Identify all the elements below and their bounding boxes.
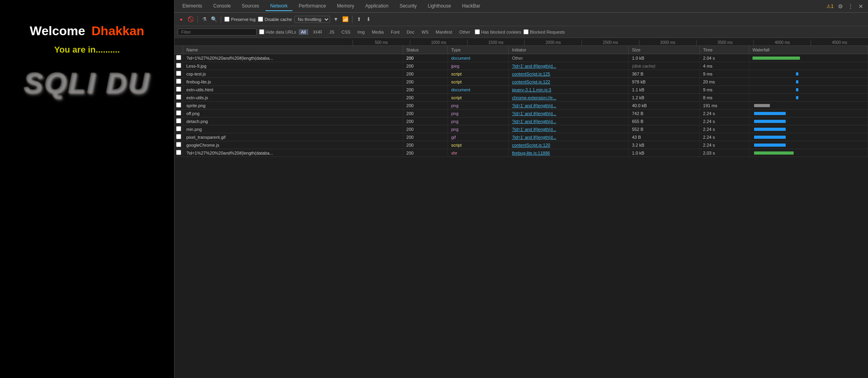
row-name[interactable]: min.png <box>183 125 403 133</box>
throttle-dropdown-icon[interactable]: ▼ <box>332 16 339 23</box>
table-row[interactable]: min.png 200 png ?id=1' and if(length(d..… <box>174 125 868 133</box>
network-conditions-icon[interactable]: 📶 <box>342 16 349 23</box>
row-name[interactable]: ?id=1%27%20%20and%20if(length(databa... <box>183 149 403 157</box>
row-checkbox[interactable] <box>174 117 183 125</box>
type-js[interactable]: JS <box>327 29 337 35</box>
row-initiator[interactable]: contentScript.js:122 <box>509 78 629 86</box>
network-table[interactable]: Name Status Type Initiator Size Time Wat… <box>174 46 868 378</box>
preserve-log-label[interactable]: Preserve log <box>224 17 256 22</box>
has-blocked-cookies-checkbox[interactable] <box>475 29 480 34</box>
row-initiator[interactable]: ?id=1' and if(length(d... <box>509 117 629 125</box>
row-checkbox[interactable] <box>174 149 183 157</box>
table-row[interactable]: googleChrome.js 200 script contentScript… <box>174 141 868 149</box>
col-time[interactable]: Time <box>700 46 749 54</box>
table-row[interactable]: off.png 200 png ?id=1' and if(length(d..… <box>174 110 868 117</box>
table-row[interactable]: extn-utils.html 200 document jquery-3.1.… <box>174 86 868 94</box>
row-initiator[interactable]: jquery-3.1.1.min.js:3 <box>509 86 629 94</box>
tab-performance[interactable]: Performance <box>294 2 331 11</box>
export-icon[interactable]: ⬇ <box>365 16 372 23</box>
type-media[interactable]: Media <box>370 29 386 35</box>
throttle-select[interactable]: No throttling <box>294 16 330 23</box>
type-all[interactable]: All <box>299 29 308 35</box>
preserve-log-checkbox[interactable] <box>224 17 229 22</box>
row-checkbox[interactable] <box>174 62 183 70</box>
warning-icon[interactable]: ⚠1 <box>826 2 834 10</box>
tab-memory[interactable]: Memory <box>332 2 359 11</box>
clear-button[interactable]: 🚫 <box>187 16 194 23</box>
row-checkbox[interactable] <box>174 141 183 149</box>
col-initiator[interactable]: Initiator <box>509 46 629 54</box>
col-name[interactable]: Name <box>183 46 403 54</box>
record-button[interactable]: ● <box>178 16 185 23</box>
row-checkbox[interactable] <box>174 110 183 117</box>
col-waterfall[interactable]: Waterfall <box>749 46 868 54</box>
type-xhr[interactable]: XHR <box>311 29 324 35</box>
has-blocked-cookies-label[interactable]: Has blocked cookies <box>475 29 521 34</box>
tab-application[interactable]: Application <box>360 2 393 11</box>
tab-security[interactable]: Security <box>395 2 421 11</box>
table-row[interactable]: extn-utils.js 200 script chrome-extensio… <box>174 94 868 102</box>
row-checkbox[interactable] <box>174 70 183 78</box>
col-size[interactable]: Size <box>629 46 700 54</box>
type-doc[interactable]: Doc <box>404 29 417 35</box>
close-icon[interactable]: ✕ <box>857 2 865 10</box>
row-checkbox[interactable] <box>174 86 183 94</box>
tab-elements[interactable]: Elements <box>178 2 207 11</box>
filter-icon[interactable]: ⚗ <box>201 16 208 23</box>
row-initiator[interactable]: ?id=1' and if(length(d... <box>509 102 629 110</box>
row-name[interactable]: firebug-lite.js <box>183 78 403 86</box>
disable-cache-checkbox[interactable] <box>258 17 263 22</box>
tab-hackbar[interactable]: HackBar <box>457 2 485 11</box>
type-manifest[interactable]: Manifest <box>433 29 455 35</box>
row-initiator[interactable]: chrome-extension://e... <box>509 94 629 102</box>
row-name[interactable]: pixel_transparent.gif <box>183 133 403 141</box>
table-row[interactable]: detach.png 200 png ?id=1' and if(length(… <box>174 117 868 125</box>
row-checkbox[interactable] <box>174 54 183 62</box>
table-row[interactable]: csp-test.js 200 script contentScript.js:… <box>174 70 868 78</box>
table-row[interactable]: pixel_transparent.gif 200 gif ?id=1' and… <box>174 133 868 141</box>
tab-network[interactable]: Network <box>265 2 292 11</box>
row-name[interactable]: off.png <box>183 110 403 117</box>
row-checkbox[interactable] <box>174 78 183 86</box>
row-name[interactable]: extn-utils.html <box>183 86 403 94</box>
settings-icon[interactable]: ⚙ <box>836 2 844 10</box>
hide-data-urls-checkbox[interactable] <box>259 29 264 34</box>
filter-input[interactable] <box>178 28 257 36</box>
type-ws[interactable]: WS <box>419 29 431 35</box>
import-icon[interactable]: ⬆ <box>356 16 363 23</box>
col-type[interactable]: Type <box>448 46 509 54</box>
disable-cache-label[interactable]: Disable cache <box>258 17 292 22</box>
table-row[interactable]: ?id=1%27%20%20and%20if(length(databa... … <box>174 149 868 157</box>
hide-data-urls-label[interactable]: Hide data URLs <box>259 29 296 34</box>
blocked-requests-label[interactable]: Blocked Requests <box>523 29 565 34</box>
blocked-requests-checkbox[interactable] <box>523 29 529 34</box>
row-name[interactable]: detach.png <box>183 117 403 125</box>
row-name[interactable]: googleChrome.js <box>183 141 403 149</box>
row-name[interactable]: Less-9.jpg <box>183 62 403 70</box>
row-name[interactable]: extn-utils.js <box>183 94 403 102</box>
type-css[interactable]: CSS <box>339 29 353 35</box>
table-row[interactable]: sprite.png 200 png ?id=1' and if(length(… <box>174 102 868 110</box>
row-name[interactable]: ?id=1%27%20%20and%20if(length(databa... <box>183 54 403 62</box>
row-checkbox[interactable] <box>174 102 183 110</box>
search-icon[interactable]: 🔍 <box>210 16 218 23</box>
row-checkbox[interactable] <box>174 133 183 141</box>
table-row[interactable]: ?id=1%27%20%20and%20if(length(databa... … <box>174 54 868 62</box>
table-row[interactable]: firebug-lite.js 200 script contentScript… <box>174 78 868 86</box>
tab-lighthouse[interactable]: Lighthouse <box>423 2 456 11</box>
row-initiator[interactable]: ?id=1' and if(length(d... <box>509 62 629 70</box>
row-initiator[interactable]: firebug-lite.js:11886 <box>509 149 629 157</box>
type-font[interactable]: Font <box>389 29 402 35</box>
row-initiator[interactable]: ?id=1' and if(length(d... <box>509 125 629 133</box>
type-other[interactable]: Other <box>457 29 473 35</box>
row-initiator[interactable]: contentScript.js:120 <box>509 141 629 149</box>
row-name[interactable]: sprite.png <box>183 102 403 110</box>
col-status[interactable]: Status <box>403 46 448 54</box>
tab-sources[interactable]: Sources <box>237 2 264 11</box>
row-initiator[interactable]: contentScript.js:125 <box>509 70 629 78</box>
more-icon[interactable]: ⋮ <box>847 2 855 10</box>
row-initiator[interactable]: ?id=1' and if(length(d... <box>509 110 629 117</box>
row-name[interactable]: csp-test.js <box>183 70 403 78</box>
type-img[interactable]: Img <box>355 29 367 35</box>
tab-console[interactable]: Console <box>208 2 235 11</box>
